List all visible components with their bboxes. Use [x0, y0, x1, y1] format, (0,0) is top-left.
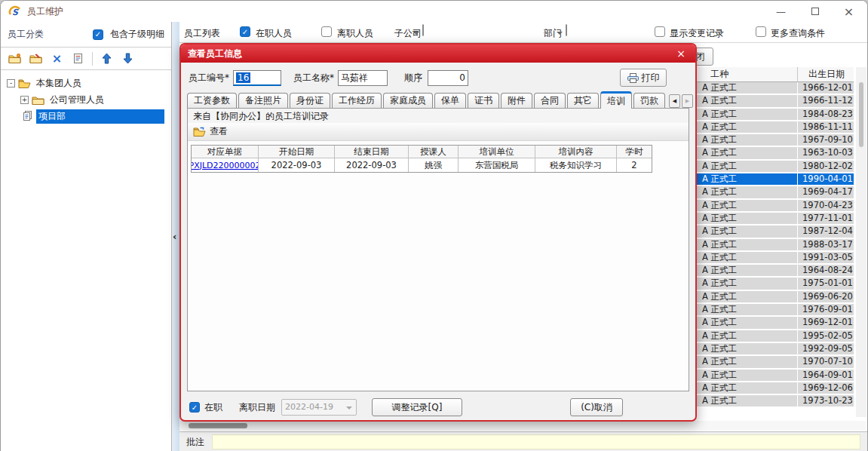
sidebar-header: 员工分类 ✓ 包含子级明细 [1, 22, 171, 48]
training-cell: 2 [617, 158, 652, 172]
department-select[interactable] [566, 24, 567, 36]
emp-no-input[interactable]: 16 [233, 70, 281, 86]
training-column-header[interactable]: 学时 [617, 146, 652, 158]
training-column-header[interactable]: 培训内容 [535, 146, 617, 158]
dialog-titlebar[interactable]: 查看员工信息 × [181, 44, 695, 63]
scrollbar-thumb[interactable] [859, 82, 863, 147]
active-staff-checkbox[interactable]: ✓ [240, 26, 250, 37]
horizontal-scrollbar[interactable] [179, 421, 866, 431]
tree-item-label[interactable]: 本集团人员 [34, 76, 84, 91]
tree-item[interactable]: -本集团人员 [1, 75, 171, 91]
training-caption: 来自【协同办公】的员工培训记录 [188, 109, 689, 123]
vertical-scrollbar[interactable] [856, 67, 866, 417]
view-button[interactable]: 查看 [210, 125, 228, 138]
minimize-button[interactable]: — [764, 1, 798, 22]
dialog-tab[interactable]: 附件 [501, 93, 532, 108]
employed-label: 在职 [204, 401, 222, 414]
adjust-records-button[interactable]: 调整记录[Q] [372, 398, 462, 416]
dialog-tab[interactable]: 备注照片 [238, 93, 288, 108]
order-input[interactable]: 0 [428, 70, 468, 86]
leave-date-select[interactable]: 2022-04-19 [281, 399, 357, 416]
expand-node-icon[interactable]: + [20, 96, 29, 104]
birthdate-cell: 1986-11-11 [798, 121, 854, 134]
dialog-tab[interactable]: 其它 [567, 93, 599, 108]
print-label: 打印 [642, 72, 660, 84]
new-folder-icon[interactable] [8, 51, 22, 66]
birthdate-cell: 1992-09-05 [798, 343, 854, 356]
move-down-icon[interactable] [121, 51, 135, 66]
emp-name-input[interactable]: 马茹祥 [338, 70, 388, 86]
training-cell: 2022-09-03 [259, 158, 335, 172]
training-toolbar: 查看 [188, 123, 689, 141]
include-sub-label: 包含子级明细 [110, 28, 164, 41]
cancel-button[interactable]: (C)取消 [570, 398, 623, 416]
dialog-tab[interactable]: 家庭成员 [383, 93, 433, 108]
training-cell[interactable]: PXJLD220000002 [192, 158, 259, 172]
move-up-icon[interactable] [100, 51, 114, 66]
birthdate-cell: 1969-12-01 [798, 317, 854, 330]
dialog-tabs: 工资参数备注照片身份证工作经历家庭成员保单证书附件合同其它培训罚款 [187, 91, 667, 108]
leave-date-value: 2022-04-19 [285, 402, 333, 412]
left-staff-label: 离职人员 [337, 27, 373, 40]
note-label: 批注 [186, 436, 204, 449]
dialog-tab-strip: 工资参数备注照片身份证工作经历家庭成员保单证书附件合同其它培训罚款 ◀ ▶ [187, 91, 689, 108]
subsidiary-select[interactable] [422, 24, 424, 36]
tab-scroll-left-icon[interactable]: ◀ [669, 94, 680, 108]
sidebar: 员工分类 ✓ 包含子级明细 × -本集团人员+公司管理人员项目部 [1, 22, 172, 451]
delete-icon[interactable]: × [50, 51, 64, 66]
leave-date-label: 离职日期 [239, 401, 275, 414]
dialog-tab[interactable]: 罚款 [633, 93, 665, 108]
training-column-header[interactable]: 结束日期 [335, 146, 409, 158]
document-link[interactable]: PXJLD220000002 [192, 161, 259, 170]
note-input[interactable] [212, 434, 860, 449]
scrollbar-thumb[interactable] [189, 423, 247, 428]
dialog-tab[interactable]: 保单 [434, 93, 466, 108]
training-panel: 来自【协同办公】的员工培训记录 查看 对应单据开始日期结束日期授课人培训单位培训… [187, 108, 689, 391]
training-column-header[interactable]: 培训单位 [459, 146, 535, 158]
dialog-tab[interactable]: 合同 [534, 93, 566, 108]
close-window-button[interactable]: × [832, 1, 866, 22]
dialog-close-button[interactable]: × [673, 48, 689, 60]
dialog-tab[interactable]: 培训 [600, 91, 632, 109]
filter-bar: 员工列表 ✓ 在职人员 离职人员 子公司 部门 显示变更记录 更多查询条件 [179, 22, 867, 43]
include-sub-checkbox[interactable]: ✓ [93, 29, 103, 40]
emp-name-label: 员工名称* [293, 72, 334, 84]
dialog-tab[interactable]: 证书 [468, 93, 499, 108]
tree-item[interactable]: +公司管理人员 [1, 91, 171, 108]
collapse-panel-icon[interactable]: ‹ [173, 232, 176, 241]
birthdate-cell: 1963-10-03 [798, 147, 854, 160]
dialog-tab[interactable]: 身份证 [290, 93, 330, 108]
active-staff-label: 在职人员 [256, 27, 292, 40]
tree-item-label[interactable]: 公司管理人员 [48, 93, 106, 107]
printer-icon [627, 73, 639, 83]
panel-splitter[interactable]: ‹ [172, 22, 179, 451]
training-column-header[interactable]: 开始日期 [259, 146, 335, 158]
chevron-down-icon [413, 32, 419, 35]
training-table-row: PXJLD2200000022022-09-032022-09-03姚强东营国税… [192, 158, 652, 172]
print-button[interactable]: 打印 [620, 69, 667, 87]
chevron-down-icon [557, 32, 563, 35]
training-column-header[interactable]: 对应单据 [192, 146, 259, 158]
note-icon[interactable] [71, 51, 85, 66]
birthdate-cell: 1970-04-23 [798, 200, 854, 213]
dialog-tab[interactable]: 工资参数 [187, 93, 237, 108]
left-staff-checkbox[interactable] [321, 26, 332, 37]
birthdate-cell: 1988-03-17 [798, 239, 854, 252]
collapse-node-icon[interactable]: - [7, 79, 15, 87]
birthdate-cell: 1969-04-17 [798, 186, 854, 199]
more-query-checkbox[interactable] [756, 26, 766, 37]
maximize-icon [811, 8, 819, 15]
show-change-checkbox[interactable] [655, 26, 665, 37]
birthdate-cell: 1966-12-01 [798, 82, 854, 95]
dialog-tab[interactable]: 工作经历 [332, 93, 382, 108]
tree-item-label[interactable]: 项目部 [36, 109, 164, 124]
maximize-button[interactable] [798, 1, 832, 22]
employed-checkbox[interactable]: ✓ [189, 402, 200, 413]
dialog-fields-row: 员工编号* 16 员工名称* 马茹祥 顺序 0 打印 [181, 69, 695, 87]
tree-item[interactable]: 项目部 [1, 108, 171, 124]
column-header-birthdate[interactable]: 出生日期 [798, 67, 854, 81]
tab-scroll-right-icon[interactable]: ▶ [682, 94, 693, 108]
app-window: S 员工维护 — × 员工分类 ✓ 包含子级明细 × -本集团人员+公司管理人员… [0, 0, 868, 451]
training-column-header[interactable]: 授课人 [409, 146, 459, 158]
edit-folder-icon[interactable] [29, 51, 43, 66]
